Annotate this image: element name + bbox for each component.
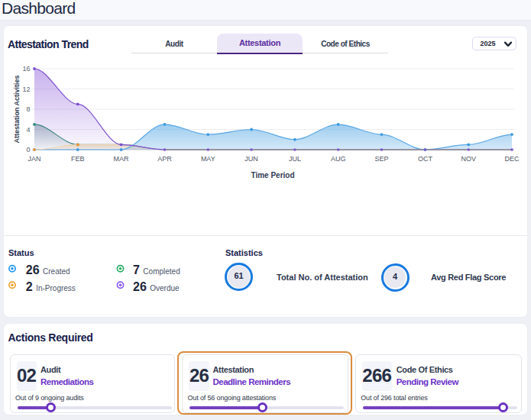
svg-text:Attestation Activities: Attestation Activities — [13, 75, 21, 143]
svg-text:8: 8 — [26, 105, 30, 113]
svg-text:MAR: MAR — [114, 155, 130, 163]
svg-text:DEC: DEC — [504, 155, 520, 163]
svg-text:NOV: NOV — [461, 155, 476, 163]
svg-text:JUN: JUN — [244, 155, 258, 163]
svg-text:16: 16 — [22, 65, 30, 73]
svg-text:JAN: JAN — [28, 155, 40, 163]
svg-text:4: 4 — [26, 126, 30, 134]
svg-text:0: 0 — [26, 146, 30, 153]
svg-text:OCT: OCT — [418, 155, 433, 163]
svg-text:FEB: FEB — [71, 155, 85, 163]
svg-text:SEP: SEP — [374, 155, 388, 163]
svg-text:JUL: JUL — [289, 155, 301, 163]
svg-text:12: 12 — [22, 86, 30, 93]
svg-text:MAY: MAY — [201, 155, 215, 163]
svg-text:AUG: AUG — [331, 155, 346, 163]
svg-text:APR: APR — [157, 155, 172, 163]
svg-text:Time Period: Time Period — [251, 171, 294, 179]
